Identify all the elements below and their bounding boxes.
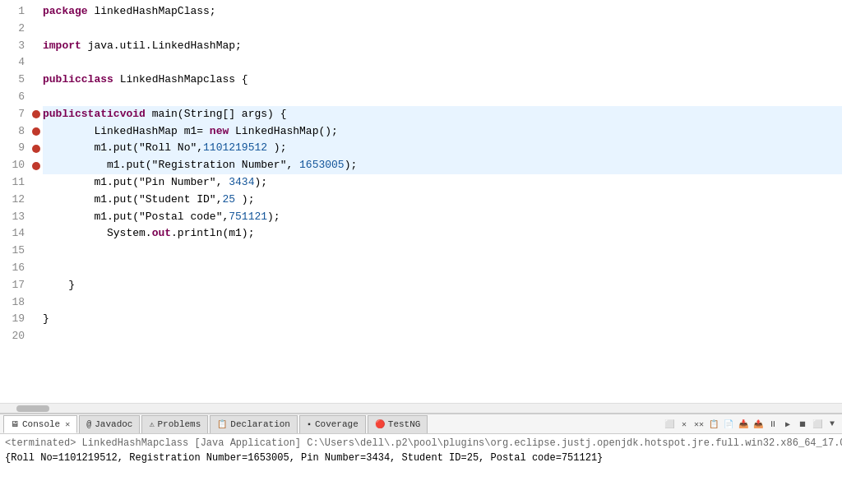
breakpoint-19[interactable] [30, 311, 43, 328]
code-line-17[interactable]: } [43, 277, 842, 294]
tab-javadoc-label: Javadoc [95, 419, 132, 429]
code-line-9[interactable]: m1.put("Roll No",1101219512 ); [43, 140, 842, 157]
breakpoint-14[interactable] [30, 225, 43, 243]
tab-declaration[interactable]: 📋 Declaration [210, 415, 298, 433]
code-line-12[interactable]: m1.put("Student ID",25 ); [43, 192, 842, 209]
code-line-5[interactable]: public class LinkedHashMapclass { [43, 72, 842, 89]
code-container: 1234567891011121314151617181920 package … [0, 0, 842, 403]
code-line-18[interactable] [43, 294, 842, 312]
line-number-12: 12 [0, 192, 25, 209]
breakpoint-20[interactable] [30, 328, 43, 345]
line-number-18: 18 [0, 294, 25, 312]
line-number-3: 3 [0, 38, 25, 55]
code-line-13[interactable]: m1.put("Postal code",751121); [43, 209, 842, 226]
code-line-7[interactable]: public static void main(String[] args) { [43, 106, 842, 123]
line-number-14: 14 [0, 225, 25, 243]
line-number-5: 5 [0, 72, 25, 89]
line-number-15: 15 [0, 243, 25, 260]
line-number-11: 11 [0, 174, 25, 192]
tab-declaration-label: Declaration [230, 419, 290, 429]
breakpoint-8[interactable] [30, 123, 43, 141]
line-number-6: 6 [0, 89, 25, 106]
line-number-2: 2 [0, 21, 25, 38]
line-number-17: 17 [0, 277, 25, 294]
tab-problems[interactable]: ⚠ Problems [141, 415, 208, 433]
code-line-16[interactable] [43, 260, 842, 277]
bottom-tab-bar: 🖥 Console ✕ @ Javadoc ⚠ Problems 📋 Decla… [0, 414, 842, 434]
tab-console-close[interactable]: ✕ [65, 419, 70, 429]
line-number-9: 9 [0, 140, 25, 157]
breakpoint-gutter [30, 3, 43, 403]
toolbar-btn-12[interactable]: ▼ [826, 418, 839, 431]
line-number-16: 16 [0, 260, 25, 277]
toolbar-btn-9[interactable]: ▶ [781, 418, 794, 431]
breakpoint-1[interactable] [30, 3, 43, 21]
tab-console-label: Console [22, 419, 60, 429]
code-line-8[interactable]: LinkedHashMap m1= new LinkedHashMap(); [43, 123, 842, 141]
console-output-line: {Roll No=1101219512, Registration Number… [5, 451, 837, 465]
console-content: <terminated> LinkedHashMapclass [Java Ap… [0, 434, 842, 504]
breakpoint-9[interactable] [30, 140, 43, 157]
code-line-10[interactable]: m1.put("Registration Number", 1653005); [43, 157, 842, 174]
line-number-4: 4 [0, 54, 25, 72]
toolbar-btn-10[interactable]: ⏹ [796, 418, 809, 431]
tab-coverage[interactable]: ▪ Coverage [299, 415, 366, 433]
bottom-panel: 🖥 Console ✕ @ Javadoc ⚠ Problems 📋 Decla… [0, 414, 842, 504]
toolbar-btn-6[interactable]: 📥 [737, 418, 750, 431]
tab-javadoc[interactable]: @ Javadoc [79, 415, 140, 433]
code-line-4[interactable] [43, 54, 842, 72]
line-number-19: 19 [0, 311, 25, 328]
toolbar-btn-3[interactable]: ✕✕ [692, 418, 706, 431]
toolbar-btn-4[interactable]: 📋 [707, 418, 720, 431]
line-number-10: 10 [0, 157, 25, 174]
testng-icon: 🔴 [375, 419, 385, 429]
breakpoint-10[interactable] [30, 157, 43, 174]
console-terminated-line: <terminated> LinkedHashMapclass [Java Ap… [5, 436, 837, 451]
code-line-3[interactable]: import java.util.LinkedHashMap; [43, 38, 842, 55]
breakpoint-3[interactable] [30, 38, 43, 55]
line-number-20: 20 [0, 328, 25, 345]
code-line-19[interactable]: } [43, 311, 842, 328]
toolbar-btn-11[interactable]: ⬜ [811, 418, 824, 431]
coverage-icon: ▪ [307, 420, 312, 429]
tab-problems-label: Problems [158, 419, 201, 429]
code-line-1[interactable]: package linkedHashMapClass; [43, 3, 842, 21]
breakpoint-2[interactable] [30, 21, 43, 38]
breakpoint-7[interactable] [30, 106, 43, 123]
tab-testng[interactable]: 🔴 TestNG [368, 415, 428, 433]
problems-icon: ⚠ [149, 419, 154, 429]
breakpoint-13[interactable] [30, 209, 43, 226]
horizontal-scrollbar[interactable] [0, 403, 842, 413]
breakpoint-17[interactable] [30, 277, 43, 294]
breakpoint-5[interactable] [30, 72, 43, 89]
code-line-15[interactable] [43, 243, 842, 260]
breakpoint-16[interactable] [30, 260, 43, 277]
toolbar-btn-2[interactable]: ✕ [678, 418, 691, 431]
declaration-icon: 📋 [217, 419, 227, 429]
code-line-6[interactable] [43, 89, 842, 106]
toolbar-btn-5[interactable]: 📄 [722, 418, 735, 431]
code-line-2[interactable] [43, 21, 842, 38]
code-line-14[interactable]: System.out.println(m1); [43, 225, 842, 243]
breakpoint-6[interactable] [30, 89, 43, 106]
editor-area: 1234567891011121314151617181920 package … [0, 0, 842, 414]
line-numbers: 1234567891011121314151617181920 [0, 3, 30, 403]
breakpoint-12[interactable] [30, 192, 43, 209]
breakpoint-15[interactable] [30, 243, 43, 260]
code-line-11[interactable]: m1.put("Pin Number", 3434); [43, 174, 842, 192]
tab-testng-label: TestNG [388, 419, 421, 429]
breakpoint-4[interactable] [30, 54, 43, 72]
line-number-7: 7 [0, 106, 25, 123]
tab-console[interactable]: 🖥 Console ✕ [3, 415, 77, 433]
line-number-1: 1 [0, 3, 25, 21]
toolbar-btn-8[interactable]: ⏸ [766, 418, 780, 431]
toolbar-btn-1[interactable]: ⬜ [663, 418, 676, 431]
breakpoint-18[interactable] [30, 294, 43, 312]
tab-toolbar: ⬜ ✕ ✕✕ 📋 📄 📥 📤 ⏸ ▶ ⏹ ⬜ ▼ [663, 418, 839, 431]
code-lines[interactable]: package linkedHashMapClass; import java.… [43, 3, 842, 403]
code-line-20[interactable] [43, 328, 842, 345]
scrollbar-thumb[interactable] [16, 405, 49, 412]
line-number-13: 13 [0, 209, 25, 226]
toolbar-btn-7[interactable]: 📤 [752, 418, 765, 431]
breakpoint-11[interactable] [30, 174, 43, 192]
